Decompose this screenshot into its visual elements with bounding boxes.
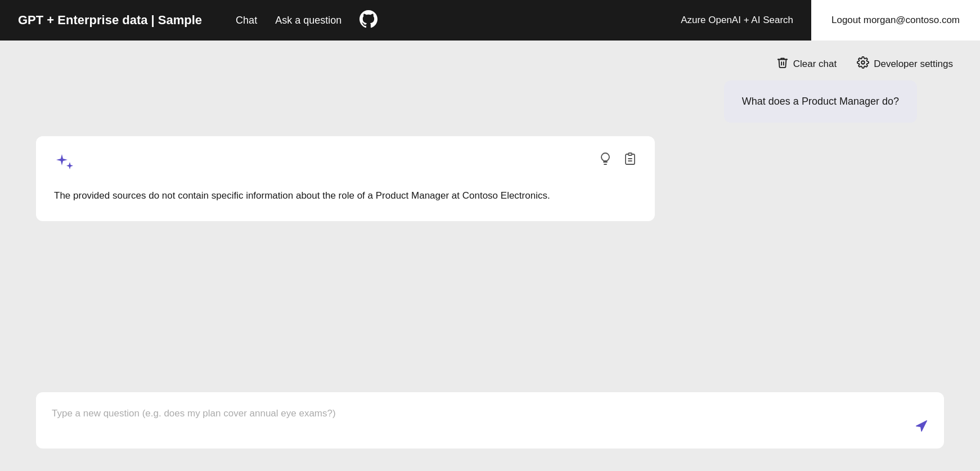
header-nav: Chat Ask a question Azure OpenAI + AI Se…: [236, 10, 811, 30]
user-message-wrap: What does a Product Manager do?: [36, 80, 944, 123]
user-message: What does a Product Manager do?: [724, 80, 917, 123]
gear-icon: [857, 56, 869, 71]
chat-input[interactable]: [52, 406, 903, 435]
trash-icon: [776, 56, 789, 71]
chat-area: What does a Product Manager do?: [0, 80, 980, 379]
svg-rect-1: [628, 153, 632, 155]
clear-chat-label: Clear chat: [793, 59, 837, 70]
header: GPT + Enterprise data | Sample Chat Ask …: [0, 0, 980, 41]
clear-chat-button[interactable]: Clear chat: [776, 56, 837, 71]
app-logo: GPT + Enterprise data | Sample: [18, 13, 202, 28]
toolbar: Clear chat Developer settings: [0, 41, 980, 80]
nav-chat[interactable]: Chat: [236, 15, 257, 26]
clipboard-button[interactable]: [623, 152, 637, 169]
github-icon[interactable]: [359, 10, 377, 30]
ai-response-text: The provided sources do not contain spec…: [54, 188, 637, 203]
sparkle-icon: [54, 152, 77, 174]
logout-button[interactable]: Logout morgan@contoso.com: [811, 0, 980, 41]
ai-card-actions: [599, 152, 637, 169]
send-button[interactable]: [912, 417, 930, 435]
ai-card-header: [54, 152, 637, 174]
ai-response-card: The provided sources do not contain spec…: [36, 136, 655, 221]
developer-settings-label: Developer settings: [874, 59, 953, 70]
input-area: [0, 379, 980, 471]
main-content: Clear chat Developer settings What does …: [0, 41, 980, 471]
nav-ask-question[interactable]: Ask a question: [275, 15, 341, 26]
input-container: [36, 392, 944, 448]
lightbulb-button[interactable]: [599, 152, 612, 169]
azure-label: Azure OpenAI + AI Search: [681, 15, 793, 26]
developer-settings-button[interactable]: Developer settings: [857, 56, 953, 71]
svg-point-0: [861, 61, 865, 64]
